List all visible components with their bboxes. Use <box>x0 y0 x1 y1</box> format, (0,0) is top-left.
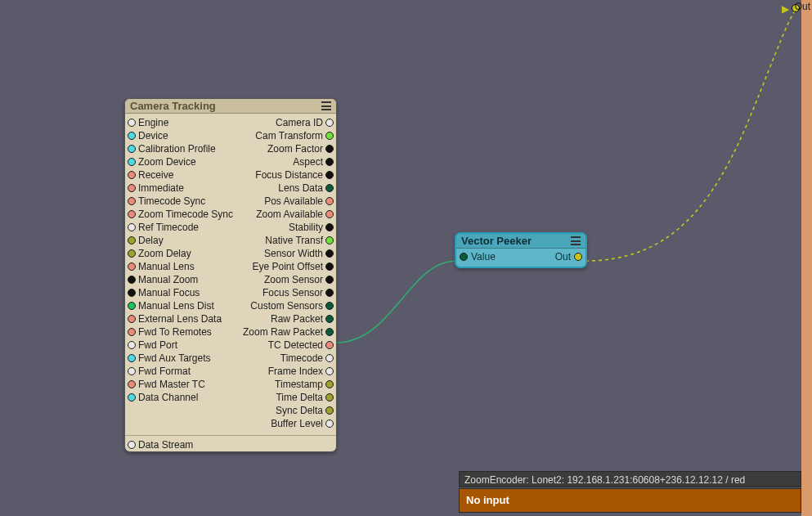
input-port-label: Fwd Aux Targets <box>138 352 211 364</box>
input-port[interactable] <box>128 341 136 349</box>
input-port-label: External Lens Data <box>138 313 222 325</box>
output-port[interactable] <box>325 145 334 153</box>
output-port[interactable] <box>325 302 334 310</box>
output-port[interactable] <box>325 393 334 402</box>
output-port-label: Lens Data <box>278 182 323 194</box>
camera-port-row: Sync Delta <box>125 404 336 417</box>
input-port[interactable] <box>128 328 136 336</box>
menu-icon[interactable] <box>571 236 581 245</box>
output-port-label: Zoom Raw Packet <box>243 326 323 338</box>
out-arrow-icon: ▶ <box>782 3 789 15</box>
output-port[interactable] <box>325 119 334 127</box>
input-port[interactable] <box>128 289 136 297</box>
camera-port-row: ReceiveFocus Distance <box>125 168 336 182</box>
input-port[interactable] <box>128 315 136 323</box>
camera-port-row: Fwd Aux TargetsTimecode <box>125 352 336 365</box>
input-port[interactable] <box>128 210 136 218</box>
peeker-node-title: Vector Peeker <box>461 235 532 247</box>
output-port[interactable] <box>325 354 334 362</box>
input-port[interactable] <box>128 145 136 153</box>
input-port-label: Fwd Port <box>138 339 177 351</box>
camera-port-row: DeviceCam Transform <box>125 129 336 142</box>
input-port[interactable] <box>128 236 136 245</box>
peeker-node-body: Value Out <box>456 249 585 267</box>
output-port[interactable] <box>325 420 334 428</box>
output-port[interactable] <box>325 406 334 415</box>
input-port-label: Timecode Sync <box>138 195 205 207</box>
output-port-label: Focus Distance <box>255 169 323 181</box>
input-port[interactable] <box>128 197 136 205</box>
output-port[interactable] <box>325 197 334 205</box>
output-port-label: Pos Available <box>264 195 323 207</box>
peeker-node-header[interactable]: Vector Peeker <box>456 234 585 249</box>
input-port-label: Calibration Profile <box>138 143 216 155</box>
output-port[interactable] <box>325 210 334 218</box>
input-port[interactable] <box>128 393 136 402</box>
output-port[interactable] <box>325 380 334 388</box>
output-port[interactable] <box>325 223 334 231</box>
input-port-label: Manual Lens <box>138 261 195 272</box>
peeker-out-port[interactable] <box>574 253 582 261</box>
output-port[interactable] <box>325 367 334 375</box>
output-port-label: Sync Delta <box>276 405 323 416</box>
camera-port-row: Fwd Master TCTimestamp <box>125 378 336 391</box>
input-port-label: Delay <box>138 235 164 246</box>
camera-port-row: Fwd PortTC Detected <box>125 339 336 352</box>
data-stream-label: Data Stream <box>138 439 193 451</box>
output-rail <box>801 0 812 516</box>
output-port-label: Raw Packet <box>271 313 323 325</box>
input-port[interactable] <box>128 158 136 166</box>
output-port-label: Zoom Sensor <box>264 274 323 285</box>
camera-port-row: Zoom DeviceAspect <box>125 155 336 168</box>
input-port[interactable] <box>128 354 136 362</box>
input-port-label: Fwd To Remotes <box>138 326 212 338</box>
output-port-label: Focus Sensor <box>262 287 323 298</box>
output-port[interactable] <box>325 328 334 336</box>
input-port[interactable] <box>128 380 136 388</box>
output-port[interactable] <box>325 132 334 140</box>
camera-port-row: Zoom DelaySensor Width <box>125 247 336 260</box>
output-port[interactable] <box>325 171 334 179</box>
output-port-label: Timestamp <box>275 379 323 390</box>
input-port[interactable] <box>128 184 136 192</box>
output-port[interactable] <box>325 158 334 166</box>
peeker-value-label: Value <box>471 251 496 262</box>
input-port[interactable] <box>128 276 136 284</box>
camera-node-header[interactable]: Camera Tracking <box>125 99 336 114</box>
input-port[interactable] <box>128 223 136 231</box>
input-port[interactable] <box>128 171 136 179</box>
output-port-label: Camera ID <box>276 117 323 128</box>
output-port[interactable] <box>325 276 334 284</box>
data-stream-port[interactable] <box>128 441 136 449</box>
vector-peeker-node[interactable]: Vector Peeker Value Out <box>455 232 587 268</box>
input-port-label: Data Channel <box>138 392 198 403</box>
input-port[interactable] <box>128 119 136 127</box>
input-port-label: Manual Zoom <box>138 274 198 285</box>
camera-node-title: Camera Tracking <box>130 100 216 112</box>
status-message: ZoomEncoder: Lonet2: 192.168.1.231:60608… <box>459 471 801 487</box>
alert-message: No input <box>459 488 801 513</box>
camera-port-row: Manual LensEye Point Offset <box>125 260 336 273</box>
input-port[interactable] <box>128 249 136 258</box>
camera-port-row: External Lens DataRaw Packet <box>125 312 336 325</box>
camera-tracking-node[interactable]: Camera Tracking EngineCamera IDDeviceCam… <box>124 98 337 452</box>
output-port[interactable] <box>325 236 334 245</box>
input-port[interactable] <box>128 262 136 271</box>
input-port[interactable] <box>128 132 136 140</box>
output-port[interactable] <box>325 289 334 297</box>
input-port-label: Immediate <box>138 182 184 194</box>
input-port-label: Ref Timecode <box>138 222 199 233</box>
input-port[interactable] <box>128 302 136 310</box>
output-port[interactable] <box>325 341 334 349</box>
menu-icon[interactable] <box>321 101 331 110</box>
input-port-label: Engine <box>138 117 168 128</box>
output-port[interactable] <box>325 262 334 271</box>
graph-output-label: Out <box>795 1 810 12</box>
connection-wires <box>0 0 812 516</box>
peeker-value-port[interactable] <box>460 253 468 261</box>
camera-port-row: DelayNative Transf <box>125 234 336 247</box>
output-port[interactable] <box>325 315 334 323</box>
input-port[interactable] <box>128 367 136 375</box>
output-port[interactable] <box>325 249 334 258</box>
output-port[interactable] <box>325 184 334 192</box>
